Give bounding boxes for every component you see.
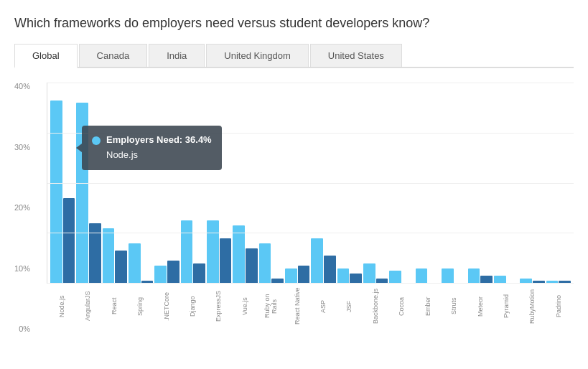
x-label: Pyramid (494, 286, 518, 326)
x-label: Node.js (50, 286, 74, 326)
page-title: Which frameworks do employers need versu… (14, 14, 574, 32)
tab-united-states[interactable]: United States (310, 44, 402, 67)
x-label: ASP (311, 286, 335, 326)
x-labels: Node.jsAngularJSReactSpring.NETCoreDjang… (47, 286, 574, 326)
x-label: Struts (442, 286, 466, 326)
y-label: 0% (14, 325, 34, 333)
x-label: Ruby on Rails (258, 286, 283, 326)
grid-line (47, 183, 574, 184)
x-label: Vue.js (233, 286, 257, 326)
tab-canada[interactable]: Canada (79, 44, 148, 67)
tab-india[interactable]: India (149, 44, 205, 67)
chart-area: 0%10%20%30%40% Employers Need: 36.4% Nod… (14, 83, 574, 369)
grid-line (47, 133, 574, 134)
chart-grid: Employers Need: 36.4% Node.js (47, 83, 574, 284)
y-label: 40% (14, 83, 34, 90)
x-label: Django (180, 286, 205, 326)
x-label: Padrino (546, 286, 571, 326)
grid-line (47, 83, 574, 83)
tab-bar: GlobalCanadaIndiaUnited KingdomUnited St… (14, 44, 574, 68)
x-label: React (102, 286, 126, 326)
x-label: RubyMotion (520, 286, 544, 326)
tab-united-kingdom[interactable]: United Kingdom (206, 44, 309, 67)
x-label: ExpressJS (206, 286, 230, 326)
x-label: JSF (337, 286, 361, 326)
x-label: Ember (416, 286, 440, 326)
grid-line (47, 283, 574, 284)
x-label: Cocoa (389, 286, 414, 326)
y-label: 20% (14, 204, 34, 212)
y-axis: 0%10%20%30%40% (14, 83, 34, 333)
y-label: 10% (14, 265, 34, 273)
grid-lines (47, 83, 574, 284)
x-label: Meteor (468, 286, 493, 326)
y-label: 30% (14, 144, 34, 151)
x-label: Spring (128, 286, 152, 326)
x-label: Backbone.js (363, 286, 388, 326)
grid-line (47, 233, 574, 233)
tab-global[interactable]: Global (14, 44, 78, 68)
x-label: React Native (285, 286, 309, 326)
x-label: .NETCore (154, 286, 179, 326)
x-label: AngularJS (75, 286, 100, 326)
